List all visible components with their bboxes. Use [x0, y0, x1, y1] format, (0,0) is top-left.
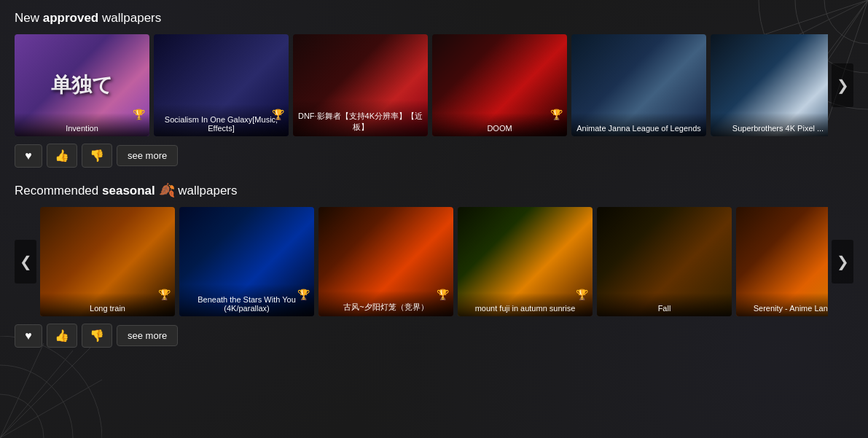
approved-section-title: New approved wallpapers [15, 11, 853, 26]
seasonal-wallpaper-row: Long train 🏆 Beneath the Stars With You … [40, 207, 828, 316]
wallpaper-gufeng[interactable]: 古风~夕阳灯笼（竞界） 🏆 [318, 207, 453, 316]
svg-point-13 [0, 365, 73, 438]
title-bold: seasonal [102, 184, 155, 198]
trophy-icon: 🏆 [272, 109, 284, 120]
wallpaper-caption: mount fuji in autumn sunrise [458, 293, 593, 316]
approved-actions: ♥ 👍 👎 see more [15, 144, 853, 168]
wallpaper-inner: 古风~夕阳灯笼（竞界） 🏆 [318, 207, 453, 316]
wallpaper-inner: Animate Janna League of Legends [571, 34, 706, 136]
approved-section: New approved wallpapers Invention 🏆 Soci… [15, 11, 853, 168]
seasonal-see-more-button[interactable]: see more [117, 325, 178, 346]
approved-next-arrow[interactable]: ❯ [832, 63, 853, 107]
wallpaper-caption: 古风~夕阳灯笼（竞界） [318, 291, 453, 316]
wallpaper-caption: Animate Janna League of Legends [571, 113, 706, 136]
wallpaper-inner: Beneath the Stars With You (4K/parallax)… [179, 207, 314, 316]
wallpaper-fall[interactable]: Fall [597, 207, 732, 316]
wallpaper-caption: DNF·影舞者【支持4K分辨率】【近板】 [293, 100, 428, 136]
wallpaper-socialism[interactable]: Socialism In One Galaxy[Music, Effects] … [154, 34, 289, 136]
wallpaper-invention[interactable]: Invention 🏆 [15, 34, 149, 136]
wallpaper-dnf[interactable]: DNF·影舞者【支持4K分辨率】【近板】 [293, 34, 428, 136]
wallpaper-inner: Serenity - Anime Landscape 🏆 [736, 207, 828, 316]
approved-carousel: Invention 🏆 Socialism In One Galaxy[Musi… [15, 34, 853, 136]
thumbsup-button[interactable]: 👍 [47, 324, 77, 348]
svg-line-11 [0, 380, 102, 438]
wallpaper-inner: Fall [597, 207, 732, 316]
wallpaper-inner: Superbrothers 4K Pixel ... [711, 34, 828, 136]
seasonal-carousel: ❮ Long train 🏆 Beneath the Stars With Yo… [15, 207, 853, 316]
svg-point-12 [0, 394, 44, 438]
seasonal-section: Recommended seasonal 🍂 wallpapers ❮ Long… [15, 182, 853, 348]
wallpaper-inner: mount fuji in autumn sunrise 🏆 [458, 207, 593, 316]
trophy-icon: 🏆 [297, 289, 310, 300]
trophy-icon: 🏆 [550, 109, 563, 120]
approved-wallpaper-row: Invention 🏆 Socialism In One Galaxy[Musi… [15, 34, 828, 136]
wallpaper-serenity[interactable]: Serenity - Anime Landscape 🏆 [736, 207, 828, 316]
seasonal-prev-arrow[interactable]: ❮ [15, 240, 36, 283]
seasonal-next-arrow[interactable]: ❯ [832, 240, 853, 283]
wallpaper-caption: DOOM [432, 113, 567, 136]
approved-see-more-button[interactable]: see more [117, 145, 178, 166]
wallpaper-caption: Fall [597, 293, 732, 316]
wallpaper-caption: Superbrothers 4K Pixel ... [711, 113, 828, 136]
wallpaper-caption: Socialism In One Galaxy[Music, Effects] [154, 104, 289, 136]
wallpaper-caption: Serenity - Anime Landscape [736, 293, 828, 316]
wallpaper-inner: Long train 🏆 [40, 207, 175, 316]
wallpaper-caption: Beneath the Stars With You (4K/parallax) [179, 284, 314, 316]
wallpaper-longtrain[interactable]: Long train 🏆 [40, 207, 175, 316]
trophy-icon: 🏆 [437, 289, 449, 300]
thumbsup-button[interactable]: 👍 [47, 144, 77, 168]
wallpaper-caption: Long train [40, 293, 175, 316]
trophy-icon: 🏆 [158, 289, 171, 300]
title-suffix: wallpapers [175, 184, 238, 198]
trophy-icon: 🏆 [576, 289, 588, 300]
title-suffix: wallpapers [98, 11, 161, 25]
title-prefix: Recommended [15, 184, 102, 198]
wallpaper-inner: Socialism In One Galaxy[Music, Effects] … [154, 34, 289, 136]
seasonal-section-title: Recommended seasonal 🍂 wallpapers [15, 182, 853, 198]
trophy-icon: 🏆 [133, 109, 145, 120]
thumbsdown-button[interactable]: 👎 [82, 144, 112, 168]
wallpaper-inner: Invention 🏆 [15, 34, 149, 136]
page-wrapper: New approved wallpapers Invention 🏆 Soci… [0, 0, 868, 373]
wallpaper-superbrothers[interactable]: Superbrothers 4K Pixel ... [711, 34, 828, 136]
wallpaper-janna[interactable]: Animate Janna League of Legends [571, 34, 706, 136]
title-bold: approved [43, 11, 99, 25]
like-button[interactable]: ♥ [15, 324, 42, 348]
thumbsdown-button[interactable]: 👎 [82, 324, 112, 348]
like-button[interactable]: ♥ [15, 144, 42, 168]
wallpaper-doom[interactable]: DOOM 🏆 [432, 34, 567, 136]
wallpaper-inner: DNF·影舞者【支持4K分辨率】【近板】 [293, 34, 428, 136]
wallpaper-mountfuji[interactable]: mount fuji in autumn sunrise 🏆 [458, 207, 593, 316]
wallpaper-caption: Invention [15, 113, 149, 136]
seasonal-emoji: 🍂 [159, 183, 175, 198]
title-prefix: New [15, 11, 43, 25]
seasonal-actions: ♥ 👍 👎 see more [15, 324, 853, 348]
wallpaper-inner: DOOM 🏆 [432, 34, 567, 136]
wallpaper-beneath[interactable]: Beneath the Stars With You (4K/parallax)… [179, 207, 314, 316]
